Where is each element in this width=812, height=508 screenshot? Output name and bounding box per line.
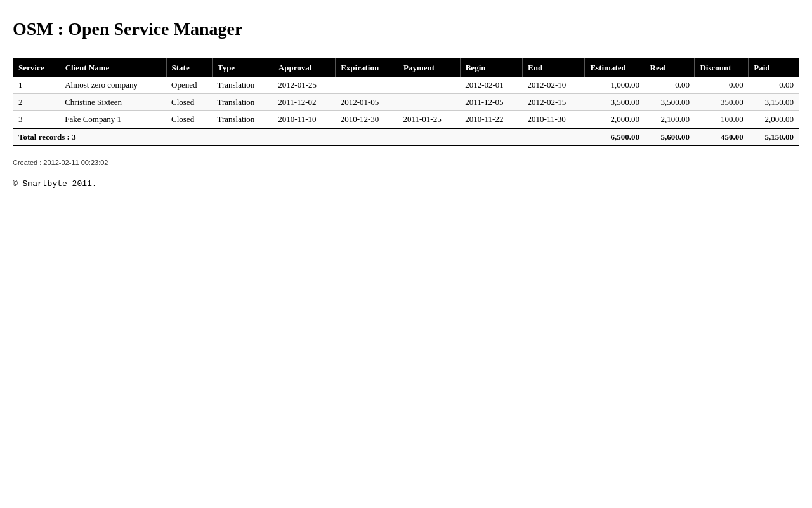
totals-label: Total records : 3 <box>13 128 585 146</box>
cell-begin: 2011-12-05 <box>460 94 522 111</box>
col-header-begin: Begin <box>460 59 522 77</box>
cell-estimated: 2,000.00 <box>585 111 645 129</box>
cell-state: Closed <box>166 94 212 111</box>
table-header: Service Client Name State Type Approval … <box>13 59 799 77</box>
cell-discount: 350.00 <box>695 94 749 111</box>
col-header-estimated: Estimated <box>585 59 645 77</box>
cell-approval: 2011-12-02 <box>273 94 335 111</box>
cell-begin: 2012-02-01 <box>460 77 522 94</box>
cell-expiration: 2012-01-05 <box>336 94 398 111</box>
cell-real: 0.00 <box>645 77 695 94</box>
table-body: 1 Almost zero company Opened Translation… <box>13 77 799 146</box>
cell-paid: 0.00 <box>749 77 799 94</box>
created-timestamp: Created : 2012-02-11 00:23:02 <box>13 159 799 166</box>
cell-end: 2012-02-15 <box>523 94 585 111</box>
cell-service: 1 <box>13 77 60 94</box>
col-header-type: Type <box>212 59 273 77</box>
cell-paid: 3,150.00 <box>749 94 799 111</box>
table-row: 2 Christine Sixteen Closed Translation 2… <box>13 94 799 111</box>
cell-payment: 2011-01-25 <box>398 111 460 129</box>
col-header-expiration: Expiration <box>336 59 398 77</box>
totals-real: 5,600.00 <box>645 128 695 146</box>
col-header-end: End <box>523 59 585 77</box>
cell-expiration: 2010-12-30 <box>336 111 398 129</box>
col-header-approval: Approval <box>273 59 335 77</box>
cell-service: 2 <box>13 94 60 111</box>
cell-end: 2010-11-30 <box>523 111 585 129</box>
cell-paid: 2,000.00 <box>749 111 799 129</box>
cell-end: 2012-02-10 <box>523 77 585 94</box>
cell-client-name: Fake Company 1 <box>60 111 166 129</box>
totals-discount: 450.00 <box>695 128 749 146</box>
totals-row: Total records : 3 6,500.00 5,600.00 450.… <box>13 128 799 146</box>
col-header-client-name: Client Name <box>60 59 166 77</box>
col-header-payment: Payment <box>398 59 460 77</box>
cell-estimated: 1,000.00 <box>585 77 645 94</box>
cell-begin: 2010-11-22 <box>460 111 522 129</box>
cell-real: 2,100.00 <box>645 111 695 129</box>
cell-client-name: Christine Sixteen <box>60 94 166 111</box>
cell-client-name: Almost zero company <box>60 77 166 94</box>
cell-service: 3 <box>13 111 60 129</box>
col-header-state: State <box>166 59 212 77</box>
services-table: Service Client Name State Type Approval … <box>13 58 799 146</box>
col-header-service: Service <box>13 59 60 77</box>
cell-state: Closed <box>166 111 212 129</box>
page-title: OSM : Open Service Manager <box>13 19 799 39</box>
cell-expiration <box>336 77 398 94</box>
cell-type: Translation <box>212 111 273 129</box>
cell-type: Translation <box>212 77 273 94</box>
cell-payment <box>398 77 460 94</box>
col-header-paid: Paid <box>749 59 799 77</box>
col-header-real: Real <box>645 59 695 77</box>
table-row: 3 Fake Company 1 Closed Translation 2010… <box>13 111 799 129</box>
cell-payment <box>398 94 460 111</box>
cell-state: Opened <box>166 77 212 94</box>
cell-approval: 2012-01-25 <box>273 77 335 94</box>
copyright-notice: © Smartbyte 2011. <box>13 179 799 189</box>
totals-paid: 5,150.00 <box>749 128 799 146</box>
cell-discount: 0.00 <box>695 77 749 94</box>
totals-estimated: 6,500.00 <box>585 128 645 146</box>
cell-type: Translation <box>212 94 273 111</box>
cell-estimated: 3,500.00 <box>585 94 645 111</box>
cell-approval: 2010-11-10 <box>273 111 335 129</box>
cell-discount: 100.00 <box>695 111 749 129</box>
col-header-discount: Discount <box>695 59 749 77</box>
cell-real: 3,500.00 <box>645 94 695 111</box>
table-row: 1 Almost zero company Opened Translation… <box>13 77 799 94</box>
